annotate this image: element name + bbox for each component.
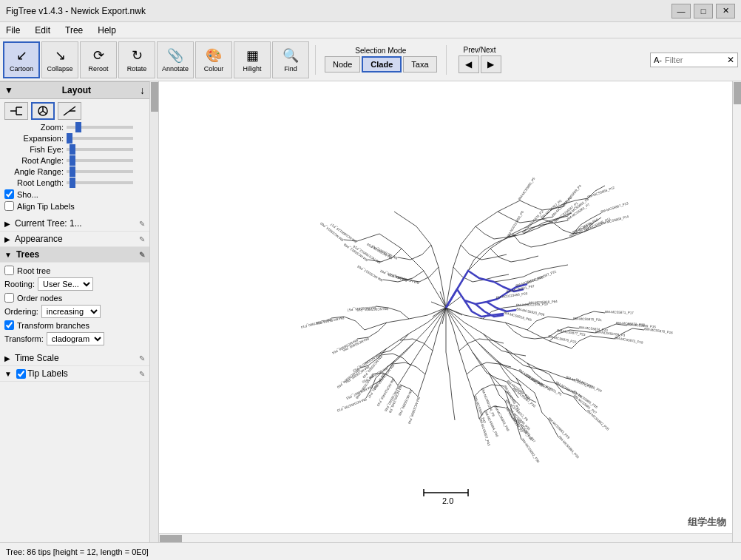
layout-rectangular-button[interactable]: [4, 102, 28, 120]
transform-branches-row: Transform branches: [4, 320, 145, 330]
filter-input[interactable]: [665, 55, 724, 64]
clade-button[interactable]: Clade: [362, 56, 402, 72]
trees-edit-icon: ✎: [139, 251, 145, 259]
appearance-label: Appearance: [15, 234, 63, 244]
root-tree-checkbox[interactable]: [4, 266, 14, 275]
expansion-slider[interactable]: [67, 137, 133, 140]
layout-icons: [4, 102, 145, 120]
node-button[interactable]: Node: [325, 56, 360, 72]
tree-svg: BM-MCS5857_P2 BM-MCS5858_P3 BM-MCS5859_P…: [172, 90, 720, 526]
collapse-label: Collapse: [47, 65, 72, 72]
menu-help[interactable]: Help: [95, 24, 119, 37]
status-text: Tree: 86 tips [height = 12, length = 0E0…: [6, 547, 149, 556]
layout-diagonal-button[interactable]: [58, 102, 81, 120]
find-icon: 🔍: [282, 47, 299, 64]
title-bar: FigTree v1.4.3 - Newick Export.nwk — □ ✕: [0, 0, 741, 22]
svg-text:BM-MCS5877_P23: BM-MCS5877_P23: [556, 328, 586, 337]
layout-section-content: Zoom: Expansion: Fish Eye: Root Angle: A…: [0, 99, 149, 216]
annotate-label: Annotate: [162, 65, 189, 72]
prev-button[interactable]: ◀: [459, 55, 479, 73]
find-label: Find: [284, 65, 297, 72]
cartoon-button[interactable]: ↙ Cartoon: [3, 41, 40, 78]
cartoon-icon: ↙: [16, 47, 27, 64]
menu-file[interactable]: File: [3, 24, 23, 37]
close-button[interactable]: ✕: [716, 4, 735, 18]
svg-text:BM-MCS5884_P30: BM-MCS5884_P30: [558, 435, 580, 459]
next-button[interactable]: ▶: [481, 55, 501, 73]
transform-label: Transform:: [4, 334, 44, 343]
svg-text:BM-MCS5892_P38: BM-MCS5892_P38: [521, 437, 541, 463]
layout-radial-button[interactable]: [31, 102, 55, 120]
cartoon-label: Cartoon: [10, 65, 33, 72]
time-scale-label: Time Scale: [15, 353, 59, 363]
colour-button[interactable]: 🎨 Colour: [195, 41, 232, 78]
zoom-slider[interactable]: [67, 126, 133, 129]
time-scale-arrow: ▶: [4, 354, 10, 362]
hilight-button[interactable]: ▦ Hilight: [234, 41, 271, 78]
svg-text:BM-MCS5875_P21: BM-MCS5875_P21: [572, 317, 601, 322]
rootlength-slider[interactable]: [67, 181, 133, 184]
ordering-select[interactable]: increasing decreasing: [41, 305, 101, 318]
rootlength-row: Root Length:: [4, 178, 145, 187]
order-nodes-row: Order nodes: [4, 293, 145, 303]
filter-clear-button[interactable]: ✕: [727, 55, 734, 65]
svg-line-10: [446, 297, 461, 308]
layout-section-header[interactable]: ▼ Layout ↓: [0, 81, 149, 99]
separator-2: [446, 45, 447, 75]
sidebar-scroll-thumb[interactable]: [151, 82, 158, 112]
svg-text:BM-MCS5870_P16: BM-MCS5870_P16: [643, 327, 673, 334]
current-tree-label: Current Tree: 1...: [15, 218, 82, 229]
minimize-button[interactable]: —: [671, 4, 691, 18]
transform-select[interactable]: cladogram equal: [47, 332, 104, 345]
show-label: Sho...: [17, 190, 38, 199]
menu-edit[interactable]: Edit: [32, 24, 53, 37]
reroot-button[interactable]: ⟳ Reroot: [80, 41, 117, 78]
watermark-text: 组学生物: [688, 516, 726, 527]
vertical-scroll-thumb[interactable]: [734, 82, 741, 104]
time-scale-section[interactable]: ▶ Time Scale ✎: [0, 351, 149, 366]
filter-box: A- ✕: [650, 53, 738, 67]
expansion-row: Expansion:: [4, 134, 145, 143]
svg-text:BM-NC0901234_P18: BM-NC0901234_P18: [388, 272, 419, 284]
appearance-section[interactable]: ▶ Appearance ✎: [0, 232, 149, 247]
tip-labels-label: Tip Labels: [27, 368, 68, 379]
tip-labels-section[interactable]: ▼ Tip Labels ✎: [0, 366, 149, 382]
rootlength-label: Root Length:: [4, 178, 64, 187]
tip-labels-checkbox[interactable]: [16, 369, 26, 379]
hilight-icon: ▦: [246, 47, 259, 64]
collapse-button[interactable]: ↘ Collapse: [41, 41, 78, 78]
show-checkbox[interactable]: [4, 189, 14, 199]
tree-container: BM-MCS5857_P2 BM-MCS5858_P3 BM-MCS5859_P…: [159, 81, 732, 533]
radial-icon: [35, 105, 50, 117]
canvas-area: BM-MCS5857_P2 BM-MCS5858_P3 BM-MCS5859_P…: [159, 81, 741, 542]
svg-line-7: [39, 111, 43, 114]
tip-labels-edit-icon: ✎: [139, 370, 145, 378]
rotate-button[interactable]: ↻ Rotate: [118, 41, 155, 78]
svg-line-14: [431, 302, 446, 308]
layout-section-arrow: ▼: [4, 85, 13, 95]
sidebar-scrollbar[interactable]: [149, 81, 158, 542]
svg-line-6: [43, 111, 47, 114]
transform-branches-checkbox[interactable]: [4, 320, 14, 330]
appearance-arrow: ▶: [4, 235, 10, 243]
taxa-button[interactable]: Taxa: [403, 56, 436, 72]
horizontal-scrollbar[interactable]: [159, 533, 732, 542]
align-tip-labels-checkbox[interactable]: [4, 201, 14, 211]
find-button[interactable]: 🔍 Find: [272, 41, 309, 78]
prevnext-label: Prev/Next: [464, 46, 496, 54]
annotate-button[interactable]: 📎 Annotate: [157, 41, 194, 78]
horizontal-scroll-thumb[interactable]: [160, 535, 182, 542]
rooting-select[interactable]: User Se...: [38, 277, 93, 291]
rootangle-slider[interactable]: [67, 159, 133, 162]
current-tree-section[interactable]: ▶ Current Tree: 1... ✎: [0, 216, 149, 232]
collapse-icon: ↘: [55, 47, 66, 64]
title-bar-controls: — □ ✕: [671, 4, 735, 18]
fisheye-slider[interactable]: [67, 148, 133, 151]
maximize-button[interactable]: □: [694, 4, 713, 18]
colour-icon: 🎨: [206, 47, 222, 64]
anglerange-slider[interactable]: [67, 170, 133, 173]
order-nodes-checkbox[interactable]: [4, 293, 14, 303]
menu-tree[interactable]: Tree: [62, 24, 86, 37]
trees-section[interactable]: ▼ Trees ✎: [0, 247, 149, 263]
vertical-scrollbar[interactable]: [732, 81, 741, 542]
